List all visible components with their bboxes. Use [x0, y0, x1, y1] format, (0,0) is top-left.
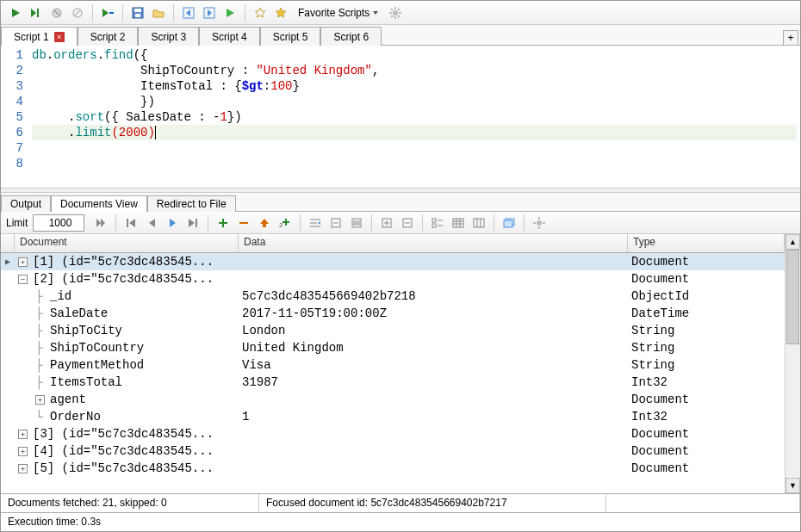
stop-button[interactable]	[47, 3, 66, 22]
table-row[interactable]: −[2] (id="5c7c3dc483545...Document	[1, 270, 785, 288]
cell-document-text: ShipToCity	[50, 324, 122, 337]
script-tab[interactable]: Script 5	[260, 27, 321, 46]
add-row-button[interactable]	[214, 213, 233, 232]
cancel-button[interactable]	[68, 3, 87, 22]
grid-header-document[interactable]: Document	[15, 234, 239, 252]
cell-document-text: [5] (id="5c7c3dc483545...	[33, 461, 214, 475]
expand-node-button[interactable]: +	[18, 447, 28, 456]
svg-marker-15	[208, 9, 212, 16]
run-button[interactable]	[6, 3, 25, 22]
cell-document: +[3] (id="5c7c3dc483545...	[15, 427, 239, 441]
star-filled-button[interactable]	[271, 3, 290, 22]
svg-marker-1	[31, 9, 36, 17]
scroll-thumb[interactable]	[786, 250, 799, 344]
grid-settings-button[interactable]	[530, 213, 549, 232]
table-row[interactable]: ├_id5c7c3dc483545669402b7218ObjectId	[1, 288, 785, 305]
open-button[interactable]	[149, 3, 168, 22]
collapse-node-button[interactable]: −	[18, 275, 28, 284]
last-button[interactable]	[183, 213, 202, 232]
results-tab[interactable]: Redirect to File	[147, 195, 236, 212]
svg-rect-11	[135, 14, 140, 17]
table-row[interactable]: ▶+[1] (id="5c7c3dc483545...Document	[1, 253, 785, 270]
status-bar-exec: Execution time: 0.3s	[1, 512, 800, 531]
limit-label: Limit	[6, 217, 28, 229]
script-tab[interactable]: Script 1×	[1, 27, 78, 46]
add-child-button[interactable]: 2	[276, 213, 295, 232]
copy-grid-button[interactable]	[500, 213, 518, 232]
table-row[interactable]: +[4] (id="5c7c3dc483545...Document	[1, 442, 785, 460]
expand-node-button[interactable]: +	[18, 257, 28, 267]
grid-vertical-scrollbar[interactable]: ▲ ▼	[785, 234, 800, 493]
cell-data: United Kingdom	[239, 341, 628, 355]
svg-marker-26	[96, 219, 101, 227]
view-tree-button[interactable]	[428, 213, 447, 232]
toolbar-separator	[208, 214, 208, 232]
editor-code[interactable]: db.orders.find({ ShipToCountry : "United…	[28, 46, 800, 188]
grid-expand-button[interactable]	[377, 213, 396, 232]
script-tab[interactable]: Script 2	[78, 27, 139, 46]
svg-text:2: 2	[279, 221, 283, 228]
nav-prev-button[interactable]	[179, 3, 198, 22]
view-columns-button[interactable]	[469, 213, 488, 232]
favorite-scripts-dropdown[interactable]: Favorite Scripts	[292, 3, 384, 22]
close-tab-button[interactable]: ×	[54, 32, 65, 42]
svg-rect-2	[37, 9, 39, 17]
status-fetched: Documents fetched: 21, skipped: 0	[1, 494, 259, 512]
first-button[interactable]	[121, 213, 140, 232]
cell-type: String	[628, 358, 785, 372]
results-tab[interactable]: Documents View	[51, 195, 147, 212]
script-tabbar: Script 1×Script 2Script 3Script 4Script …	[1, 25, 800, 46]
add-tab-button[interactable]: +	[783, 30, 798, 46]
table-row[interactable]: ├PaymentMethodVisaString	[1, 356, 785, 374]
table-row[interactable]: ├ShipToCityLondonString	[1, 322, 785, 339]
table-row[interactable]: └OrderNo1Int32	[1, 408, 785, 425]
script-tab-label: Script 4	[212, 31, 247, 43]
script-tab[interactable]: Script 4	[199, 27, 260, 46]
expand-node-button[interactable]: +	[35, 395, 45, 405]
grid-header-data[interactable]: Data	[239, 234, 628, 252]
nav-next-button[interactable]	[200, 3, 219, 22]
table-row[interactable]: +[5] (id="5c7c3dc483545...Document	[1, 460, 785, 477]
expand-node-button[interactable]: +	[18, 430, 28, 439]
save-button[interactable]	[128, 3, 147, 22]
scroll-up-button[interactable]: ▲	[785, 234, 800, 250]
remove-row-button[interactable]	[234, 213, 253, 232]
star-outline-button[interactable]	[251, 3, 270, 22]
results-tab[interactable]: Output	[1, 195, 51, 212]
script-tab[interactable]: Script 3	[138, 27, 199, 46]
run-step-button[interactable]	[27, 3, 46, 22]
table-row[interactable]: ├SaleDate2017-11-05T19:00:00ZDateTime	[1, 305, 785, 322]
scroll-down-button[interactable]: ▼	[785, 478, 800, 493]
table-row[interactable]: ├ShipToCountryUnited KingdomString	[1, 339, 785, 356]
debug-button[interactable]	[98, 3, 117, 22]
code-editor[interactable]: 12345678 db.orders.find({ ShipToCountry …	[1, 46, 800, 188]
table-row[interactable]: +[3] (id="5c7c3dc483545...Document	[1, 425, 785, 442]
grid-header-type[interactable]: Type	[628, 234, 785, 252]
limit-input[interactable]	[33, 214, 84, 232]
prev-button[interactable]	[142, 213, 161, 232]
table-row[interactable]: +agentDocument	[1, 391, 785, 408]
status-spacer	[606, 494, 800, 512]
expand-all-button[interactable]	[347, 213, 366, 232]
settings-button[interactable]	[386, 3, 405, 22]
cell-document-text: [2] (id="5c7c3dc483545...	[33, 272, 214, 286]
collapse-all-button[interactable]	[326, 213, 345, 232]
table-row[interactable]: ├ItemsTotal31987Int32	[1, 374, 785, 391]
grid-collapse-button[interactable]	[398, 213, 417, 232]
svg-rect-33	[196, 219, 197, 227]
promote-button[interactable]	[255, 213, 274, 232]
cell-data: Visa	[239, 358, 628, 372]
view-table-button[interactable]	[449, 213, 468, 232]
play-button[interactable]	[163, 213, 182, 232]
cell-document: ├_id	[15, 289, 239, 303]
expand-node-button[interactable]: +	[18, 464, 28, 473]
page-next-button[interactable]	[91, 213, 110, 232]
toolbar-separator	[422, 214, 423, 232]
run-green-button[interactable]	[220, 3, 239, 22]
script-tab[interactable]: Script 6	[320, 27, 382, 46]
cell-type: Int32	[628, 375, 785, 389]
chevron-down-icon	[373, 11, 378, 15]
indent-left-button[interactable]	[306, 213, 325, 232]
svg-rect-66	[474, 219, 484, 227]
results-grid[interactable]: Document Data Type ▶+[1] (id="5c7c3dc483…	[1, 234, 785, 493]
